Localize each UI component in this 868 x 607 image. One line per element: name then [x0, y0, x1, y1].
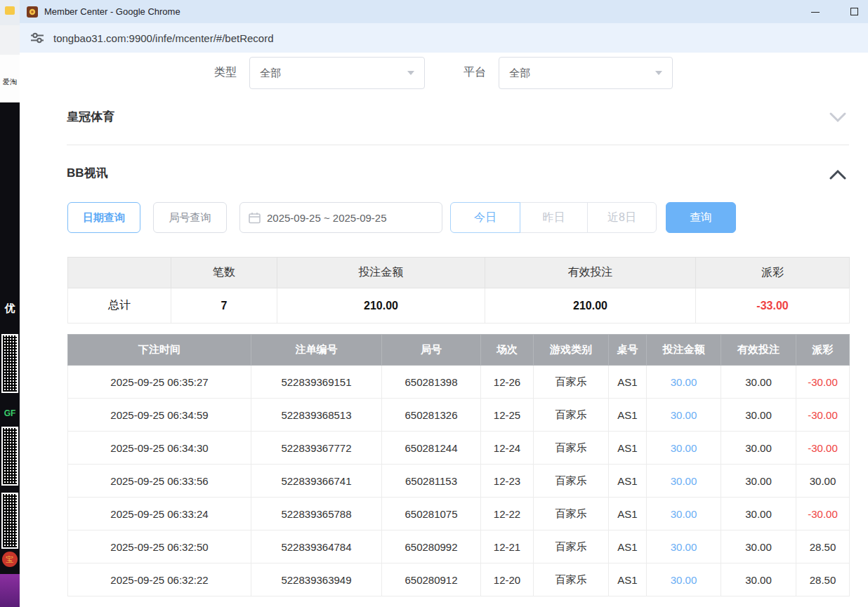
page-content: 类型 全部 平台 全部 皇冠体育 BB视讯 日期查询 局号查询 — [20, 53, 868, 607]
cell-round-id: 650280912 — [382, 563, 481, 596]
cell-table-id: AS1 — [609, 399, 647, 432]
minimize-button[interactable] — [811, 8, 820, 16]
summary-table: 笔数 投注金额 有效投注 派彩 总计 7 210.00 210.00 -33.0… — [67, 257, 850, 323]
yesterday-button[interactable]: 昨日 — [520, 202, 588, 233]
desktop-strip-dark: 优 GF 宝 — [0, 102, 20, 574]
chevron-up-icon[interactable] — [829, 169, 847, 180]
cell-bet-time: 2025-09-25 06:34:30 — [68, 432, 251, 465]
cell-round-id: 650281244 — [382, 432, 481, 465]
round-query-button[interactable]: 局号查询 — [153, 202, 227, 233]
cell-game-type: 百家乐 — [534, 432, 609, 465]
header-order-id: 注单编号 — [251, 335, 382, 366]
cell-payout: 30.00 — [796, 465, 850, 498]
cell-bet-amount[interactable]: 30.00 — [647, 366, 721, 399]
bet-table-header-row: 下注时间 注单编号 局号 场次 游戏类别 桌号 投注金额 有效投注 派彩 — [68, 335, 850, 366]
cell-bet-time: 2025-09-25 06:32:50 — [68, 531, 251, 563]
cell-valid-bet: 30.00 — [721, 432, 796, 465]
chevron-down-icon[interactable] — [829, 112, 847, 123]
cell-game-type: 百家乐 — [534, 563, 609, 596]
summary-valid-bet-value: 210.00 — [485, 288, 696, 323]
desktop-badge-bao: 宝 — [2, 552, 18, 567]
type-filter-label: 类型 — [214, 65, 237, 80]
cell-payout: -30.00 — [796, 498, 850, 531]
url-text[interactable]: tongbao31.com:9900/infe/mcenter/#/betRec… — [53, 32, 274, 44]
cell-game-type: 百家乐 — [534, 498, 609, 531]
browser-window: Member Center - Google Chrome tongbao31.… — [20, 0, 868, 607]
bet-table-row: 2025-09-25 06:34:30522839367772650281244… — [68, 432, 850, 465]
cell-table-id: AS1 — [609, 432, 647, 465]
summary-header-bet-amount: 投注金额 — [277, 258, 485, 288]
cell-valid-bet: 30.00 — [721, 366, 796, 399]
cell-bet-amount[interactable]: 30.00 — [647, 465, 721, 498]
browser-url-bar[interactable]: tongbao31.com:9900/infe/mcenter/#/betRec… — [20, 23, 868, 53]
cell-table-id: AS1 — [609, 563, 647, 596]
header-table-id: 桌号 — [609, 335, 647, 366]
desktop-strip-light — [0, 25, 20, 55]
bet-table-row: 2025-09-25 06:35:27522839369151650281398… — [68, 366, 850, 399]
qr-code — [1, 334, 18, 393]
type-select[interactable]: 全部 — [249, 57, 425, 89]
cell-table-id: AS1 — [609, 465, 647, 498]
cell-valid-bet: 30.00 — [721, 531, 796, 563]
platform-select[interactable]: 全部 — [499, 57, 673, 89]
summary-count-value: 7 — [171, 288, 277, 323]
summary-header-row: 笔数 投注金额 有效投注 派彩 — [68, 258, 850, 288]
header-session: 场次 — [481, 335, 534, 366]
bet-table-body: 2025-09-25 06:35:27522839369151650281398… — [68, 366, 850, 596]
summary-bet-amount-value: 210.00 — [277, 288, 485, 323]
date-query-button[interactable]: 日期查询 — [67, 202, 140, 233]
cell-payout: -30.00 — [796, 399, 850, 432]
desktop-background-strip: 爱淘 优 GF 宝 — [0, 0, 20, 607]
cell-session: 12-20 — [481, 563, 534, 596]
maximize-button[interactable] — [850, 8, 858, 15]
qr-code — [1, 427, 18, 486]
cell-bet-time: 2025-09-25 06:34:59 — [68, 399, 251, 432]
cell-game-type: 百家乐 — [534, 366, 609, 399]
calendar-icon — [249, 212, 261, 224]
cell-order-id: 522839368513 — [251, 399, 382, 432]
cell-order-id: 522839367772 — [251, 432, 382, 465]
section-crown-sports[interactable]: 皇冠体育 — [67, 109, 114, 125]
desktop-text-gf: GF — [0, 408, 20, 418]
header-game-type: 游戏类别 — [534, 335, 609, 366]
cell-order-id: 522839369151 — [251, 366, 382, 399]
cell-bet-amount[interactable]: 30.00 — [647, 498, 721, 531]
header-bet-amount: 投注金额 — [647, 335, 721, 366]
header-valid-bet: 有效投注 — [721, 335, 796, 366]
section-bb-video[interactable]: BB视讯 — [67, 165, 108, 181]
desktop-strip-top — [0, 0, 20, 25]
header-bet-time: 下注时间 — [68, 335, 251, 366]
cell-bet-amount[interactable]: 30.00 — [647, 432, 721, 465]
cell-game-type: 百家乐 — [534, 531, 609, 563]
search-button[interactable]: 查询 — [666, 202, 736, 233]
cell-bet-amount[interactable]: 30.00 — [647, 563, 721, 596]
bet-table-row: 2025-09-25 06:33:24522839365788650281075… — [68, 498, 850, 531]
cell-session: 12-24 — [481, 432, 534, 465]
cell-valid-bet: 30.00 — [721, 563, 796, 596]
bet-record-table: 下注时间 注单编号 局号 场次 游戏类别 桌号 投注金额 有效投注 派彩 202… — [67, 334, 850, 596]
header-payout: 派彩 — [796, 335, 850, 366]
desktop-strip-purple — [0, 574, 20, 607]
window-title: Member Center - Google Chrome — [44, 6, 180, 17]
cell-table-id: AS1 — [609, 366, 647, 399]
last-8-days-button[interactable]: 近8日 — [587, 202, 657, 233]
cell-round-id: 650281153 — [382, 465, 481, 498]
cell-bet-amount[interactable]: 30.00 — [647, 531, 721, 563]
cell-bet-time: 2025-09-25 06:33:24 — [68, 498, 251, 531]
header-round-id: 局号 — [382, 335, 481, 366]
cell-payout: -30.00 — [796, 432, 850, 465]
qr-code — [1, 493, 18, 549]
cell-table-id: AS1 — [609, 531, 647, 563]
site-favicon-icon — [27, 6, 38, 18]
cell-round-id: 650281326 — [382, 399, 481, 432]
cell-bet-amount[interactable]: 30.00 — [647, 399, 721, 432]
cell-session: 12-25 — [481, 399, 534, 432]
section-divider — [67, 145, 849, 145]
bet-table-row: 2025-09-25 06:32:50522839364784650280992… — [68, 531, 850, 563]
today-button[interactable]: 今日 — [450, 202, 520, 233]
cell-round-id: 650281398 — [382, 366, 481, 399]
site-settings-icon[interactable] — [31, 32, 44, 44]
cell-bet-time: 2025-09-25 06:33:56 — [68, 465, 251, 498]
date-range-picker[interactable]: 2025-09-25 ~ 2025-09-25 — [239, 202, 442, 233]
quick-range-group: 今日 昨日 近8日 — [450, 202, 657, 233]
